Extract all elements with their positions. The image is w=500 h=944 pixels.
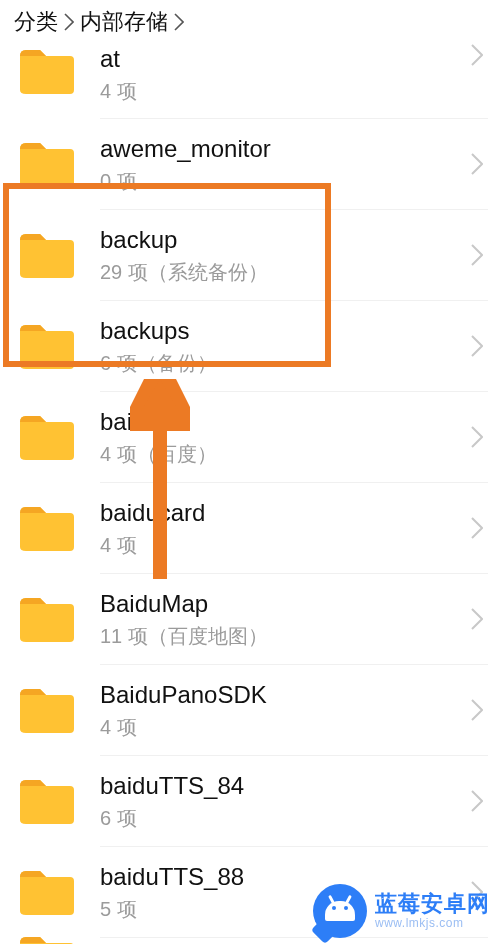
list-item-text: backup 29 项（系统备份） — [100, 225, 466, 285]
folder-sub: 4 项 — [100, 714, 466, 740]
list-item-text: BaiduMap 11 项（百度地图） — [100, 589, 466, 649]
folder-name: backup — [100, 225, 430, 255]
list-item-text: aweme_monitor 0 项 — [100, 134, 466, 194]
chevron-right-icon — [466, 608, 488, 630]
folder-name: baiduTTS_84 — [100, 771, 430, 801]
chevron-right-icon — [466, 335, 488, 357]
chevron-right-icon — [466, 153, 488, 175]
watermark: 蓝莓安卓网 www.lmkjs.com — [313, 884, 490, 938]
list-item[interactable]: BaiduPanoSDK 4 项 — [0, 665, 500, 755]
list-item[interactable]: BaiduMap 11 项（百度地图） — [0, 574, 500, 664]
list-item-text: baidu 4 项（百度） — [100, 407, 466, 467]
list-item-text: baiduTTS_84 6 项 — [100, 771, 466, 831]
list-item[interactable]: baiducard 4 项 — [0, 483, 500, 573]
folder-icon — [18, 594, 76, 644]
chevron-right-icon — [64, 13, 74, 31]
folder-icon — [18, 933, 76, 944]
folder-icon — [18, 321, 76, 371]
folder-sub: 6 项 — [100, 805, 466, 831]
chevron-right-icon — [466, 790, 488, 812]
folder-icon — [18, 776, 76, 826]
watermark-title: 蓝莓安卓网 — [375, 892, 490, 916]
folder-icon — [18, 230, 76, 280]
folder-name: BaiduMap — [100, 589, 430, 619]
list-item-text: at 4 项 — [100, 44, 466, 104]
folder-list: at 4 项 aweme_monitor 0 项 backup 29 项（系统备… — [0, 44, 500, 944]
folder-sub: 11 项（百度地图） — [100, 623, 466, 649]
folder-sub: 29 项（系统备份） — [100, 259, 466, 285]
folder-name: BaiduPanoSDK — [100, 680, 430, 710]
folder-icon — [18, 503, 76, 553]
folder-icon — [18, 412, 76, 462]
watermark-url: www.lmkjs.com — [375, 916, 490, 930]
list-item[interactable]: aweme_monitor 0 项 — [0, 119, 500, 209]
list-item[interactable]: at 4 项 — [0, 44, 500, 118]
list-item-text: baiducard 4 项 — [100, 498, 466, 558]
chevron-right-icon — [466, 517, 488, 539]
folder-sub: 4 项（百度） — [100, 441, 466, 467]
list-item-text: backups 6 项（备份） — [100, 316, 466, 376]
folder-sub: 4 项 — [100, 78, 466, 104]
folder-sub: 0 项 — [100, 168, 466, 194]
breadcrumb-root[interactable]: 分类 — [14, 7, 58, 37]
breadcrumb-current[interactable]: 内部存储 — [80, 7, 168, 37]
folder-icon — [18, 139, 76, 189]
chevron-right-icon — [466, 244, 488, 266]
folder-icon — [18, 46, 76, 96]
watermark-logo-icon — [313, 884, 367, 938]
folder-sub: 6 项（备份） — [100, 350, 466, 376]
folder-name: at — [100, 44, 430, 74]
folder-name: backups — [100, 316, 430, 346]
chevron-right-icon — [466, 44, 488, 66]
list-item[interactable]: backups 6 项（备份） — [0, 301, 500, 391]
folder-name: baiducard — [100, 498, 430, 528]
chevron-right-icon — [466, 426, 488, 448]
chevron-right-icon — [174, 13, 184, 31]
folder-icon — [18, 685, 76, 735]
list-item-text: BaiduPanoSDK 4 项 — [100, 680, 466, 740]
folder-name: aweme_monitor — [100, 134, 430, 164]
list-item[interactable]: baiduTTS_84 6 项 — [0, 756, 500, 846]
breadcrumb: 分类 内部存储 — [0, 0, 500, 44]
folder-sub: 4 项 — [100, 532, 466, 558]
folder-icon — [18, 867, 76, 917]
list-item[interactable]: baidu 4 项（百度） — [0, 392, 500, 482]
chevron-right-icon — [466, 699, 488, 721]
list-item[interactable]: bdb53ca9-e86b…6、 — [0, 938, 500, 944]
folder-name: baidu — [100, 407, 430, 437]
list-item[interactable]: backup 29 项（系统备份） — [0, 210, 500, 300]
